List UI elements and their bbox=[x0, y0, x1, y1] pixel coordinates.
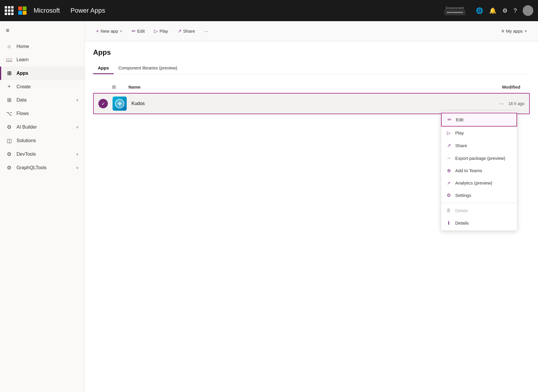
grid-layout-icon: ⊞ bbox=[112, 84, 116, 89]
context-delete-icon: 🗑 bbox=[446, 208, 452, 213]
devtools-chevron-icon: ∨ bbox=[76, 152, 79, 156]
home-icon: ⌂ bbox=[6, 43, 12, 49]
new-app-chevron-icon: ∨ bbox=[120, 29, 122, 33]
context-menu-settings[interactable]: ⚙ Settings bbox=[441, 189, 517, 202]
help-icon[interactable]: ? bbox=[514, 7, 517, 14]
context-menu-share[interactable]: ↗ Share bbox=[441, 139, 517, 152]
apps-grid-icon: ⊞ bbox=[6, 70, 12, 77]
sidebar-label-home: Home bbox=[16, 44, 29, 49]
context-play-label: Play bbox=[455, 130, 464, 135]
context-menu-play[interactable]: ▷ Play bbox=[441, 127, 517, 139]
sidebar-item-flows[interactable]: ⌥ Flows bbox=[0, 107, 85, 120]
sidebar-item-home[interactable]: ⌂ Home bbox=[0, 40, 85, 53]
microsoft-logo bbox=[18, 6, 27, 15]
my-apps-label: My apps bbox=[506, 29, 523, 34]
context-menu-analytics[interactable]: ↗ Analytics (preview) bbox=[441, 177, 517, 189]
share-icon: ↗ bbox=[178, 28, 181, 34]
play-button[interactable]: ▷ Play bbox=[150, 26, 172, 36]
context-menu-export[interactable]: → Export package (preview) bbox=[441, 152, 517, 164]
bell-icon[interactable]: 🔔 bbox=[489, 7, 496, 14]
my-apps-chevron-icon: ∨ bbox=[524, 29, 527, 33]
settings-icon[interactable]: ⚙ bbox=[502, 7, 508, 14]
page-title: Apps bbox=[93, 48, 530, 57]
row-more-button[interactable]: ··· bbox=[499, 101, 504, 107]
table-row[interactable]: ✓ ✤ Kudos ··· 16 h ago ✏ Edit bbox=[93, 93, 530, 114]
app-modified-time: 16 h ago bbox=[509, 101, 525, 106]
sidebar-item-apps[interactable]: ⊞ Apps bbox=[0, 67, 85, 80]
sidebar-label-learn: Learn bbox=[16, 57, 29, 62]
sidebar-item-solutions[interactable]: ◫ Solutions bbox=[0, 134, 85, 147]
context-play-icon: ▷ bbox=[446, 130, 452, 136]
environment-section[interactable]: Environment •••••••••••• bbox=[444, 6, 465, 15]
context-edit-icon: ✏ bbox=[446, 117, 452, 122]
app-name: Kudos bbox=[131, 101, 436, 106]
product-name: Power Apps bbox=[70, 7, 105, 14]
context-settings-label: Settings bbox=[455, 193, 471, 198]
edit-pencil-icon: ✏ bbox=[132, 28, 136, 34]
sidebar-label-solutions: Solutions bbox=[16, 138, 36, 143]
edit-button[interactable]: ✏ Edit bbox=[128, 26, 149, 36]
context-menu-delete: 🗑 Delete bbox=[441, 204, 517, 217]
graphql-chevron-icon: ∨ bbox=[76, 166, 79, 170]
checkmark-icon: ✓ bbox=[101, 101, 105, 107]
row-checkbox[interactable]: ✓ bbox=[98, 99, 108, 108]
tab-component-libraries[interactable]: Component libraries (preview) bbox=[114, 62, 182, 74]
sidebar-label-ai-builder: AI Builder bbox=[16, 124, 37, 130]
context-share-label: Share bbox=[455, 143, 467, 148]
sidebar-item-create[interactable]: + Create bbox=[0, 80, 85, 93]
context-teams-label: Add to Teams bbox=[455, 168, 482, 173]
edit-label: Edit bbox=[137, 29, 145, 34]
new-app-label: New app bbox=[100, 29, 118, 34]
context-analytics-icon: ↗ bbox=[446, 181, 452, 185]
microsoft-label: Microsoft bbox=[34, 7, 60, 14]
context-menu-details[interactable]: ℹ Details bbox=[441, 217, 517, 229]
context-menu-add-to-teams[interactable]: ⊕ Add to Teams bbox=[441, 164, 517, 177]
page-content: Apps Apps Component libraries (preview) … bbox=[85, 41, 538, 392]
env-value: •••••••••••• bbox=[444, 10, 465, 15]
sidebar-item-devtools[interactable]: ⚙ DevTools ∨ bbox=[0, 147, 85, 161]
app-launcher-button[interactable] bbox=[5, 6, 14, 15]
context-menu-edit[interactable]: ✏ Edit bbox=[441, 113, 517, 127]
sidebar: ≡ ⌂ Home 📖 Learn ⊞ Apps + Create ⊞ Data … bbox=[0, 21, 85, 392]
play-icon: ▷ bbox=[154, 28, 158, 34]
context-menu: ✏ Edit ▷ Play ↗ Share → Export package (… bbox=[441, 111, 517, 231]
solutions-icon: ◫ bbox=[6, 137, 12, 144]
col-icon-header: ⊞ bbox=[112, 84, 128, 90]
sidebar-label-graphqltools: GraphQLTools bbox=[16, 165, 47, 170]
sidebar-item-ai-builder[interactable]: ⚙ AI Builder ∨ bbox=[0, 120, 85, 134]
sidebar-item-learn[interactable]: 📖 Learn bbox=[0, 53, 85, 67]
main-content: + New app ∨ ✏ Edit ▷ Play ↗ Share ··· ≡ bbox=[85, 21, 538, 392]
toolbar: + New app ∨ ✏ Edit ▷ Play ↗ Share ··· ≡ bbox=[85, 21, 538, 41]
plus-icon: + bbox=[96, 29, 99, 34]
app-modified: ··· 16 h ago bbox=[436, 101, 524, 107]
filter-lines-icon: ≡ bbox=[501, 29, 504, 34]
globe-icon[interactable]: 🌐 bbox=[476, 7, 483, 14]
more-button[interactable]: ··· bbox=[200, 26, 212, 36]
top-bar-icons: 🌐 🔔 ⚙ ? bbox=[476, 5, 533, 16]
more-label: ··· bbox=[204, 29, 208, 34]
context-export-label: Export package (preview) bbox=[455, 156, 505, 161]
col-name-header: Name bbox=[128, 84, 437, 89]
hamburger-button[interactable]: ≡ bbox=[0, 24, 85, 37]
flows-icon: ⌥ bbox=[6, 110, 12, 117]
ai-builder-icon: ⚙ bbox=[6, 124, 12, 130]
app-icon: ✤ bbox=[113, 97, 127, 111]
sidebar-item-data[interactable]: ⊞ Data ∨ bbox=[0, 93, 85, 107]
my-apps-button[interactable]: ≡ My apps ∨ bbox=[497, 26, 531, 36]
new-app-button[interactable]: + New app ∨ bbox=[92, 26, 126, 36]
data-icon: ⊞ bbox=[6, 97, 12, 103]
context-details-icon: ℹ bbox=[446, 220, 452, 226]
context-details-label: Details bbox=[455, 220, 469, 225]
graphql-icon: ⚙ bbox=[6, 165, 12, 171]
sidebar-label-create: Create bbox=[16, 84, 31, 89]
sidebar-label-data: Data bbox=[16, 97, 27, 103]
sidebar-item-graphqltools[interactable]: ⚙ GraphQLTools ∨ bbox=[0, 161, 85, 175]
env-label: Environment bbox=[446, 6, 464, 10]
share-button[interactable]: ↗ Share bbox=[174, 26, 199, 36]
avatar[interactable] bbox=[523, 5, 533, 16]
context-menu-divider bbox=[441, 203, 517, 203]
tab-apps[interactable]: Apps bbox=[93, 62, 114, 74]
sidebar-label-devtools: DevTools bbox=[16, 152, 36, 157]
context-settings-icon: ⚙ bbox=[446, 192, 452, 198]
context-delete-label: Delete bbox=[455, 208, 468, 213]
